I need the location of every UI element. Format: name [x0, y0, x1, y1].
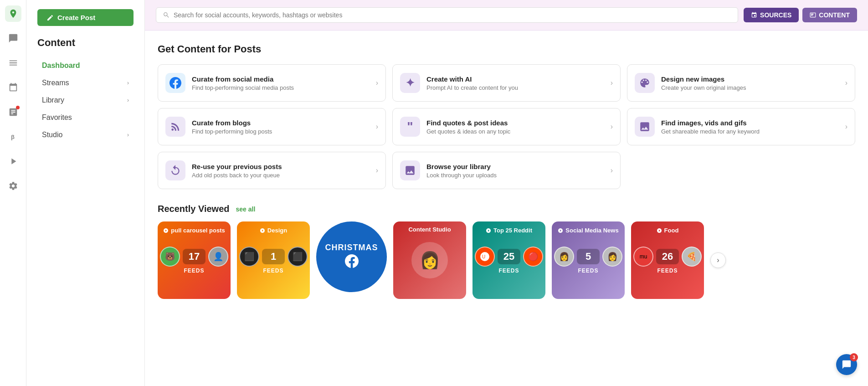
feeds-count: 26 — [656, 249, 679, 264]
card-design-title: Design new images — [661, 75, 839, 83]
feeds-badge: ⬛ 1 ⬛ FEEDS — [239, 247, 308, 274]
chevron-right-icon: › — [127, 132, 129, 138]
sidebar-nav: Dashboard Streams › Library › Favorites … — [37, 58, 134, 143]
chat-bubble-button[interactable]: 3 — [836, 354, 857, 375]
card-curate-blogs[interactable]: Curate from blogs Find top-performing bl… — [158, 108, 386, 145]
chevron-right-icon: › — [127, 97, 129, 103]
recently-viewed-header: Recently Viewed see all — [158, 204, 855, 214]
recent-card-label: Content Studio — [393, 226, 466, 233]
card-curate-social-sub: Find top-performing social media posts — [192, 84, 370, 91]
sidebar-item-favorites[interactable]: Favorites — [37, 110, 134, 125]
content-icon — [810, 12, 816, 18]
card-curate-social[interactable]: Curate from social media Find top-perfor… — [158, 64, 386, 102]
recent-card-label: Social Media News — [552, 227, 625, 234]
feed-avatar: 🍕 — [682, 247, 702, 267]
sidebar-item-library[interactable]: Library › — [37, 93, 134, 108]
message-icon[interactable] — [5, 30, 21, 46]
recent-card-content-studio[interactable]: Content Studio 👩 — [393, 221, 466, 299]
blog-icon — [165, 117, 185, 137]
card-reuse[interactable]: Re-use your previous posts Add old posts… — [158, 152, 386, 189]
next-button[interactable]: › — [710, 252, 726, 268]
recently-viewed-cards: pull carousel posts 🐻 17 👤 FEEDS — [158, 221, 855, 299]
feed-avatar: 🐻 — [160, 247, 180, 267]
calendar-icon[interactable] — [5, 79, 21, 96]
chevron-right-icon: › — [845, 79, 847, 87]
feeds-count: 17 — [183, 249, 205, 264]
beta-label: β — [11, 134, 15, 140]
card-curate-social-text: Curate from social media Find top-perfor… — [192, 75, 370, 91]
sidebar-item-dashboard[interactable]: Dashboard — [37, 58, 134, 73]
feed-avatar: 👤 — [208, 247, 228, 267]
reuse-icon — [165, 160, 185, 180]
recent-card-design[interactable]: Design ⬛ 1 ⬛ FEEDS — [237, 221, 310, 299]
feeds-label: FEEDS — [498, 268, 519, 274]
feeds-badge: mu 26 🍕 FEEDS — [633, 247, 702, 274]
search-input[interactable] — [174, 11, 731, 19]
main-content: SOURCES CONTENT Get Content for Posts Cu… — [145, 0, 868, 386]
content-button[interactable]: CONTENT — [802, 8, 857, 22]
analytics-icon[interactable] — [5, 104, 21, 120]
chevron-right-icon: › — [376, 166, 378, 175]
settings-icon[interactable] — [5, 178, 21, 194]
search-box[interactable] — [156, 7, 738, 23]
recently-viewed-title: Recently Viewed — [158, 204, 229, 214]
svg-text:U: U — [482, 254, 485, 259]
search-icon — [163, 11, 170, 19]
feed-avatar: 👩 — [602, 247, 622, 267]
card-media[interactable]: Find images, vids and gifs Get shareable… — [627, 108, 855, 145]
card-quotes[interactable]: " Find quotes & post ideas Get quotes & … — [392, 108, 621, 145]
beta-icon[interactable]: β — [5, 129, 21, 145]
card-quotes-text: Find quotes & post ideas Get quotes & id… — [426, 119, 604, 135]
recent-card-reddit[interactable]: Top 25 Reddit U 25 🔴 FEEDS — [473, 221, 545, 299]
chevron-right-icon: › — [376, 79, 378, 87]
feeds-label: FEEDS — [657, 268, 678, 274]
sources-button[interactable]: SOURCES — [744, 8, 799, 22]
card-quotes-sub: Get quotes & ideas on any topic — [426, 128, 604, 135]
chat-badge: 3 — [850, 353, 858, 361]
studio-icon: 👩 — [411, 242, 448, 278]
top-bar-actions: SOURCES CONTENT — [744, 8, 857, 22]
card-design-text: Design new images Create your own origin… — [661, 75, 839, 91]
feed-avatar: 👩 — [554, 247, 574, 267]
card-reuse-text: Re-use your previous posts Add old posts… — [192, 163, 370, 179]
feed-avatar: mu — [633, 247, 653, 267]
sidebar-item-streams[interactable]: Streams › — [37, 75, 134, 91]
feeds-badge: 👩 5 👩 FEEDS — [554, 247, 622, 274]
card-create-ai[interactable]: ✦ Create with AI Prompt AI to create con… — [392, 64, 621, 102]
recent-card-label: Design — [237, 227, 310, 234]
see-all-link[interactable]: see all — [236, 206, 255, 213]
card-create-ai-sub: Prompt AI to create content for you — [426, 84, 604, 91]
card-quotes-title: Find quotes & post ideas — [426, 119, 604, 127]
chevron-right-icon: › — [127, 80, 129, 86]
feeds-count: 1 — [262, 249, 285, 264]
location-icon[interactable] — [5, 5, 21, 22]
card-curate-blogs-title: Curate from blogs — [192, 119, 370, 127]
recent-card-label: Food — [631, 227, 704, 234]
design-icon — [635, 73, 655, 93]
feeds-label: FEEDS — [578, 268, 598, 274]
list-icon[interactable] — [5, 55, 21, 71]
card-curate-blogs-text: Curate from blogs Find top-performing bl… — [192, 119, 370, 135]
card-library-text: Browse your library Look through your up… — [426, 163, 604, 179]
card-curate-blogs-sub: Find top-performing blog posts — [192, 128, 370, 135]
card-curate-social-title: Curate from social media — [192, 75, 370, 83]
card-library[interactable]: Browse your library Look through your up… — [392, 152, 621, 189]
card-design-sub: Create your own original images — [661, 84, 839, 91]
card-design[interactable]: Design new images Create your own origin… — [627, 64, 855, 102]
christmas-text: CHRISTMAS — [325, 243, 378, 252]
feeds-label: FEEDS — [263, 268, 283, 274]
sidebar-item-studio[interactable]: Studio › — [37, 127, 134, 143]
recent-card-christmas[interactable]: CHRISTMAS — [316, 221, 387, 292]
play-icon[interactable] — [5, 153, 21, 170]
recent-card-social-media-news[interactable]: Social Media News 👩 5 👩 FEEDS — [552, 221, 625, 299]
create-post-button[interactable]: Create Post — [37, 9, 134, 26]
facebook-icon — [165, 73, 185, 93]
recent-card-pull-carousel[interactable]: pull carousel posts 🐻 17 👤 FEEDS — [158, 221, 231, 299]
feed-avatar: ⬛ — [288, 247, 308, 267]
feed-avatar: 🔴 — [523, 247, 543, 267]
feeds-badge: U 25 🔴 FEEDS — [475, 247, 543, 274]
card-media-sub: Get shareable media for any keyword — [661, 128, 839, 135]
feed-avatar: ⬛ — [239, 247, 259, 267]
recent-card-food[interactable]: Food mu 26 🍕 FEEDS — [631, 221, 704, 299]
card-reuse-sub: Add old posts back to your queue — [192, 172, 370, 179]
